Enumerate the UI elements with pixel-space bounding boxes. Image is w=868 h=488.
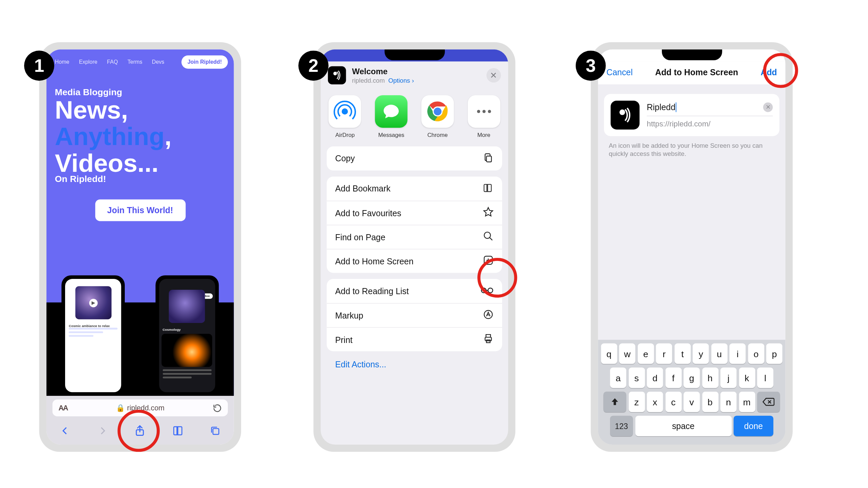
messages-icon [375, 95, 408, 128]
preview-phone-light: ▶ Cosmic ambiance to relax [62, 275, 125, 396]
app-name-input[interactable]: Ripledd ✕ [647, 102, 773, 116]
share-app-chrome[interactable]: Chrome [421, 95, 454, 138]
done-key[interactable]: done [734, 416, 773, 436]
back-icon[interactable] [59, 424, 72, 437]
nav-faq[interactable]: FAQ [107, 59, 118, 65]
share-icon[interactable] [134, 424, 147, 437]
key-n[interactable]: n [720, 392, 736, 412]
kb-row-4: 123 space done [600, 416, 783, 436]
nav-explore[interactable]: Explore [79, 59, 97, 65]
refresh-icon[interactable] [213, 403, 222, 412]
app-icon-preview [611, 101, 639, 129]
action-copy[interactable]: Copy [327, 146, 502, 170]
key-x[interactable]: x [647, 392, 663, 412]
shift-key[interactable] [604, 392, 627, 412]
bookmark-icon [481, 183, 494, 195]
action-reading-list[interactable]: Add to Reading List [327, 279, 502, 303]
action-add-to-home-screen[interactable]: Add to Home Screen [327, 249, 502, 273]
key-d[interactable]: d [647, 367, 663, 388]
step-badge-1: 1 [24, 50, 54, 81]
site-nav: Home Explore FAQ Terms Devs Join Ripledd… [46, 49, 234, 69]
phone-frame-2: Welcome ripledd.com Options › ✕ AirDrop [313, 42, 515, 452]
svg-point-18 [620, 110, 624, 114]
action-print[interactable]: Print [327, 327, 502, 351]
svg-point-9 [488, 110, 491, 113]
key-i[interactable]: i [730, 343, 746, 364]
svg-point-14 [488, 288, 493, 292]
bookmarks-icon[interactable] [171, 424, 184, 437]
key-b[interactable]: b [702, 392, 718, 412]
svg-point-13 [481, 288, 486, 292]
phone-frame-1: Home Explore FAQ Terms Devs Join Ripledd… [39, 42, 241, 452]
key-j[interactable]: j [720, 367, 736, 388]
svg-rect-10 [487, 156, 492, 162]
key-q[interactable]: q [601, 343, 617, 364]
safari-url-bar[interactable]: AA 🔒 ripledd.com [53, 400, 228, 416]
action-markup[interactable]: Markup [327, 303, 502, 327]
close-icon[interactable]: ✕ [487, 68, 501, 83]
action-add-bookmark[interactable]: Add Bookmark [327, 177, 502, 201]
share-title: Welcome [352, 67, 414, 77]
nav-devs[interactable]: Devs [152, 59, 164, 65]
phone-screen-2: Welcome ripledd.com Options › ✕ AirDrop [321, 49, 508, 445]
key-p[interactable]: p [766, 343, 783, 364]
space-key[interactable]: space [635, 416, 731, 436]
clear-icon[interactable]: ✕ [763, 102, 773, 111]
key-v[interactable]: v [684, 392, 700, 412]
reader-button[interactable]: AA [58, 404, 67, 412]
share-app-messages[interactable]: Messages [375, 95, 408, 138]
share-apps-row: AirDrop Messages Chrome [321, 92, 508, 145]
add-button[interactable]: Add [761, 67, 777, 77]
svg-point-8 [482, 110, 485, 113]
key-h[interactable]: h [702, 367, 718, 388]
info-note: An icon will be added to your Home Scree… [609, 141, 775, 158]
airdrop-icon [329, 95, 361, 128]
nav-home[interactable]: Home [55, 59, 70, 65]
share-site: ripledd.com [352, 76, 385, 83]
app-url: https://ripledd.com/ [647, 116, 773, 128]
safari-domain: ripledd.com [127, 404, 164, 412]
play-icon: ▶ [89, 299, 98, 307]
key-s[interactable]: s [628, 367, 645, 388]
share-app-airdrop[interactable]: AirDrop [329, 95, 361, 138]
nav-join-button[interactable]: Join Ripledd! [181, 56, 228, 69]
cancel-button[interactable]: Cancel [606, 67, 633, 77]
share-sheet-header: Welcome ripledd.com Options › ✕ [321, 61, 508, 92]
svg-rect-17 [487, 340, 490, 343]
action-add-favourites[interactable]: Add to Favourites [327, 201, 502, 225]
key-m[interactable]: m [739, 392, 755, 412]
step-badge-2: 2 [298, 50, 329, 81]
key-t[interactable]: t [674, 343, 691, 364]
key-e[interactable]: e [637, 343, 654, 364]
key-u[interactable]: u [711, 343, 727, 364]
numbers-key[interactable]: 123 [610, 416, 633, 436]
hero-line-3: Videos... [55, 150, 225, 177]
key-z[interactable]: z [628, 392, 645, 412]
key-f[interactable]: f [665, 367, 682, 388]
svg-rect-1 [213, 428, 219, 434]
edit-actions-link[interactable]: Edit Actions... [327, 357, 502, 369]
preview-phone-dark: Follow Cosmology [155, 275, 219, 396]
key-c[interactable]: c [665, 392, 682, 412]
forward-icon [96, 424, 109, 437]
key-o[interactable]: o [748, 343, 764, 364]
key-g[interactable]: g [684, 367, 700, 388]
key-r[interactable]: r [656, 343, 672, 364]
share-options-link[interactable]: Options › [388, 76, 414, 83]
site-icon [328, 66, 346, 84]
lock-icon: 🔒 [116, 404, 125, 412]
key-l[interactable]: l [757, 367, 773, 388]
key-a[interactable]: a [610, 367, 626, 388]
share-app-more[interactable]: More [468, 95, 500, 138]
hero-cta-button[interactable]: Join This World! [95, 200, 185, 221]
tabs-icon[interactable] [209, 424, 222, 437]
action-find-on-page[interactable]: Find on Page [327, 225, 502, 249]
sheet-title: Add to Home Screen [633, 67, 761, 77]
key-k[interactable]: k [739, 367, 755, 388]
key-y[interactable]: y [693, 343, 709, 364]
nav-terms[interactable]: Terms [127, 59, 142, 65]
phone-screen-1: Home Explore FAQ Terms Devs Join Ripledd… [46, 49, 234, 445]
backspace-key[interactable] [757, 392, 780, 412]
key-w[interactable]: w [619, 343, 635, 364]
phone-frame-3: Cancel Add to Home Screen Add Ripledd ✕ … [591, 42, 793, 452]
